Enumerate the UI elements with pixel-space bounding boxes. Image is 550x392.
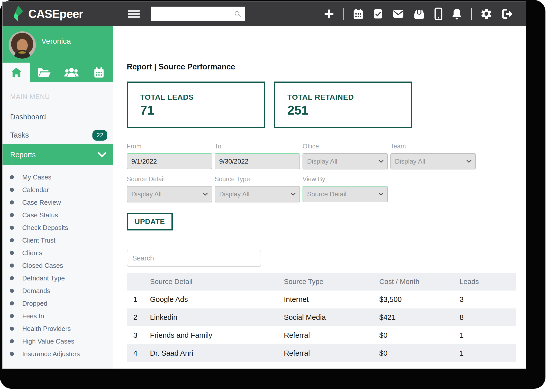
from-date-input[interactable] [127, 153, 212, 169]
search-icon [234, 10, 241, 18]
total-leads-box: TOTAL LEADS 71 [127, 82, 265, 128]
sidebar-item-defndant-type[interactable]: Defndant Type [3, 272, 113, 284]
table-search-input[interactable] [127, 250, 261, 267]
inbox-button[interactable] [413, 8, 426, 20]
calendar-button[interactable] [353, 8, 364, 20]
hamburger-bar [128, 13, 140, 15]
table-body: 1Google AdsInternet$3,50032LinkedinSocia… [127, 291, 516, 362]
view-by-label: View By [303, 175, 388, 183]
table-cell: $3,500 [379, 291, 460, 308]
mail-button[interactable] [392, 8, 404, 20]
sidebar-item-health-providers[interactable]: Health Providers [3, 322, 113, 335]
sidebar-item-case-review[interactable]: Case Review [3, 196, 113, 209]
sign-out-icon [501, 8, 514, 20]
main-menu-label: MAIN MENU [3, 82, 113, 108]
mobile-button[interactable] [434, 8, 443, 20]
sidebar-item-tasks[interactable]: Tasks 22 [3, 126, 113, 144]
sidebar-item-fees-in[interactable]: Fees In [3, 310, 113, 322]
gear-icon [480, 8, 492, 20]
update-button[interactable]: UPDATE [127, 213, 173, 230]
sidebar-item-case-status[interactable]: Case Status [3, 209, 113, 221]
source-type-select[interactable]: Display All [215, 186, 300, 202]
bullet-icon [10, 213, 14, 217]
sidebar-item-client-trust[interactable]: Client Trust [3, 234, 113, 247]
bullet-icon [10, 226, 14, 230]
users-icon [64, 67, 79, 77]
calendar-icon [93, 67, 105, 78]
global-search-input[interactable] [151, 7, 245, 21]
table-cell: $0 [379, 344, 460, 362]
table-cell: Linkedin [150, 308, 284, 326]
row-index-cell: 4 [127, 344, 150, 362]
settings-button[interactable] [480, 8, 492, 20]
sidebar-item-dashboard[interactable]: Dashboard [3, 108, 113, 126]
sidebar-item-closed-cases[interactable]: Closed Cases [3, 259, 113, 272]
sidebar-item-check-deposits[interactable]: Check Deposits [3, 221, 113, 234]
tasks-count-badge: 22 [92, 130, 107, 141]
source-detail-label: Source Detail [127, 175, 212, 183]
plus-icon [323, 8, 335, 20]
topbar-divider [343, 8, 344, 20]
sidebar-item-clients[interactable]: Clients [3, 247, 113, 259]
to-date-input[interactable] [215, 153, 300, 169]
chevron-down-icon [378, 192, 384, 196]
brand-logo[interactable]: CASEpeer [3, 6, 113, 22]
team-select[interactable]: Display All [390, 153, 476, 169]
total-retained-box: TOTAL RETAINED 251 [274, 82, 412, 128]
row-index-cell: 1 [127, 291, 150, 308]
tab-cases[interactable] [30, 63, 58, 82]
tab-calendar[interactable] [85, 63, 113, 82]
stat-boxes: TOTAL LEADS 71 TOTAL RETAINED 251 [127, 82, 526, 128]
add-button[interactable] [323, 8, 335, 20]
bullet-icon [10, 264, 14, 268]
envelope-icon [392, 8, 404, 20]
table-cell: Google Ads [150, 291, 284, 308]
office-select[interactable]: Display All [303, 153, 388, 169]
table-cell: Dr. Saad Anri [150, 344, 284, 362]
hamburger-bar [128, 10, 140, 12]
table-cell: $0 [379, 326, 460, 344]
table-row[interactable]: 2LinkedinSocial Media$4218 [127, 308, 516, 326]
bullet-icon [10, 175, 14, 179]
bullet-icon [10, 238, 14, 242]
chevron-down-icon [466, 160, 472, 163]
sidebar-item-my-cases[interactable]: My Cases [3, 171, 113, 184]
column-header-source-type: Source Type [284, 273, 379, 291]
total-retained-value: 251 [287, 103, 411, 118]
table-row[interactable]: 1Google AdsInternet$3,5003 [127, 291, 516, 308]
table-cell: Friends and Family [150, 326, 284, 344]
table-row[interactable]: 4Dr. Saad AnriReferral$01 [127, 344, 516, 362]
menu-toggle-button[interactable] [128, 9, 140, 19]
bullet-icon [10, 289, 14, 293]
sidebar-item-reports[interactable]: Reports [3, 144, 113, 165]
row-index-cell: 2 [127, 308, 150, 326]
sidebar-item-calendar[interactable]: Calendar [3, 184, 113, 196]
table-cell: 3 [460, 291, 516, 308]
sidebar-item-insurance-adjusters[interactable]: Insurance Adjusters [3, 348, 113, 360]
source-performance-table: Source DetailSource TypeCost / MonthLead… [127, 273, 516, 362]
view-by-select[interactable]: Source Detail [303, 186, 388, 202]
bullet-icon [10, 301, 14, 305]
column-header-leads: Leads [460, 273, 516, 291]
sidebar-profile-section: Veronica [3, 26, 113, 82]
topbar: CASEpeer [3, 2, 526, 26]
sidebar-item-dropped[interactable]: Dropped [3, 297, 113, 310]
screenshot-canvas: CASEpeer [0, 0, 550, 392]
total-leads-label: TOTAL LEADS [140, 93, 264, 101]
table-row[interactable]: 3Friends and FamilyReferral$01 [127, 326, 516, 344]
logout-button[interactable] [501, 8, 514, 20]
sidebar-item-demands[interactable]: Demands [3, 284, 113, 297]
bullet-icon [10, 327, 14, 331]
source-detail-select[interactable]: Display All [127, 186, 212, 202]
bullet-icon [10, 276, 14, 280]
column-header-source-detail: Source Detail [150, 273, 284, 291]
tasks-button[interactable] [372, 8, 384, 20]
tab-home[interactable] [3, 63, 30, 82]
table-cell: Social Media [284, 308, 379, 326]
tab-contacts[interactable] [58, 63, 85, 82]
sidebar-item-high-value-cases[interactable]: High Value Cases [3, 335, 113, 348]
calendar-icon [353, 8, 364, 20]
bullet-icon [10, 188, 14, 192]
notifications-button[interactable] [451, 8, 462, 20]
avatar[interactable] [9, 31, 36, 59]
